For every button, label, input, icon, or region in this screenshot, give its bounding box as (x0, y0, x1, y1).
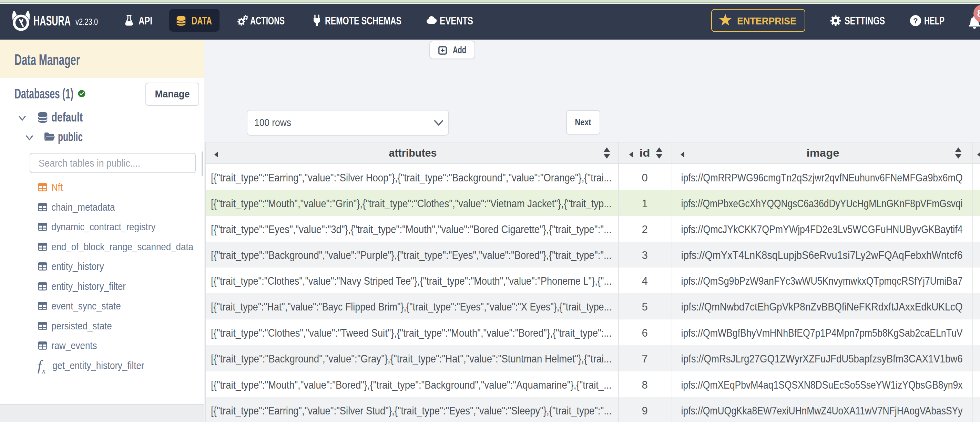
svg-text:?: ? (913, 16, 918, 25)
